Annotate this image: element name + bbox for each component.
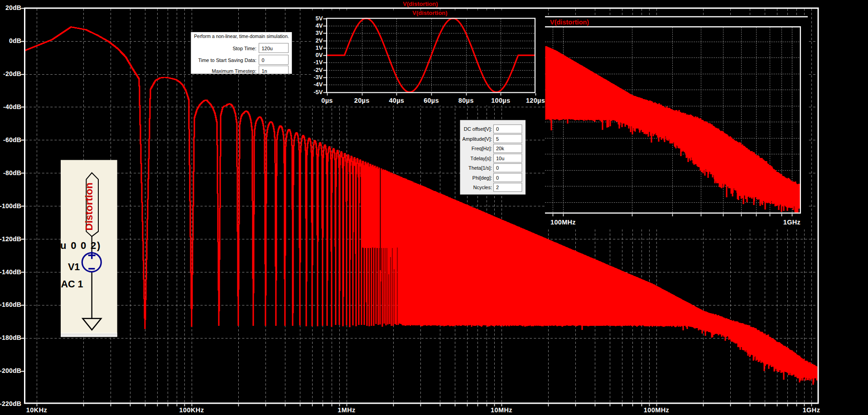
svg-text:20µs: 20µs bbox=[354, 97, 370, 104]
svg-text:Theta[1/s]:: Theta[1/s]: bbox=[468, 165, 492, 171]
svg-text:0V: 0V bbox=[316, 52, 323, 58]
svg-text:Distortion: Distortion bbox=[83, 182, 95, 230]
svg-text:120µs: 120µs bbox=[526, 97, 545, 104]
svg-text:0: 0 bbox=[496, 165, 499, 171]
svg-text:V(distortion): V(distortion) bbox=[550, 19, 589, 26]
svg-text:1MHz: 1MHz bbox=[338, 406, 355, 414]
svg-text:-1V: -1V bbox=[313, 59, 323, 66]
svg-text:10u: 10u bbox=[496, 156, 504, 161]
svg-text:1n: 1n bbox=[262, 68, 267, 74]
svg-text:Tdelay[s]:: Tdelay[s]: bbox=[470, 156, 492, 161]
svg-text:80µs: 80µs bbox=[458, 97, 474, 104]
svg-text:Phi[deg]:: Phi[deg]: bbox=[473, 175, 492, 181]
svg-text:1V: 1V bbox=[316, 44, 323, 51]
svg-text:-140dB: -140dB bbox=[0, 268, 21, 276]
svg-text:Time to Start Saving Data:: Time to Start Saving Data: bbox=[198, 57, 256, 63]
svg-text:0: 0 bbox=[496, 175, 499, 181]
svg-text:-60dB: -60dB bbox=[3, 136, 21, 143]
svg-text:60µs: 60µs bbox=[424, 97, 439, 104]
svg-text:V(distortion): V(distortion) bbox=[403, 0, 438, 7]
svg-text:-80dB: -80dB bbox=[3, 169, 21, 176]
svg-text:100MHz: 100MHz bbox=[550, 219, 576, 226]
svg-text:-220dB: -220dB bbox=[0, 400, 21, 407]
svg-text:1GHz: 1GHz bbox=[803, 406, 820, 414]
svg-text:100MHz: 100MHz bbox=[644, 406, 669, 414]
svg-text:0: 0 bbox=[262, 57, 265, 63]
svg-text:-4V: -4V bbox=[313, 81, 323, 88]
svg-text:Stop Time:: Stop Time: bbox=[232, 46, 256, 51]
svg-text:100KHz: 100KHz bbox=[179, 406, 204, 414]
svg-text:AC 1: AC 1 bbox=[61, 279, 83, 290]
svg-text:-2V: -2V bbox=[313, 67, 323, 73]
svg-text:Amplitude[V]:: Amplitude[V]: bbox=[463, 136, 492, 142]
svg-text:0: 0 bbox=[496, 126, 499, 132]
svg-text:2V: 2V bbox=[316, 37, 323, 44]
svg-text:5V: 5V bbox=[316, 15, 323, 22]
svg-text:-20dB: -20dB bbox=[3, 70, 21, 77]
svg-text:20k: 20k bbox=[496, 146, 504, 151]
svg-text:Maximum Timestep:: Maximum Timestep: bbox=[212, 68, 256, 74]
svg-text:Freq[Hz]:: Freq[Hz]: bbox=[472, 146, 492, 151]
svg-text:10MHz: 10MHz bbox=[491, 406, 512, 414]
svg-text:5: 5 bbox=[496, 136, 499, 142]
svg-text:10KHz: 10KHz bbox=[26, 406, 47, 414]
svg-text:-120dB: -120dB bbox=[0, 235, 21, 243]
svg-text:V(distortion): V(distortion) bbox=[412, 10, 447, 16]
svg-text:20dB: 20dB bbox=[5, 4, 21, 11]
svg-text:1GHz: 1GHz bbox=[783, 219, 800, 226]
svg-text:-200dB: -200dB bbox=[0, 367, 21, 374]
svg-text:DC offset[V]:: DC offset[V]: bbox=[464, 126, 492, 132]
svg-text:-160dB: -160dB bbox=[0, 301, 21, 308]
svg-text:40µs: 40µs bbox=[389, 97, 404, 104]
svg-text:-5V: -5V bbox=[313, 89, 323, 95]
svg-text:-180dB: -180dB bbox=[0, 334, 21, 341]
svg-text:3V: 3V bbox=[316, 29, 323, 36]
svg-text:u 0 0 2): u 0 0 2) bbox=[60, 240, 101, 251]
svg-text:Ncycles:: Ncycles: bbox=[473, 185, 492, 190]
svg-text:Perform a non-linear, time-dom: Perform a non-linear, time-domain simula… bbox=[194, 34, 289, 39]
svg-text:100µs: 100µs bbox=[491, 97, 510, 104]
svg-text:4V: 4V bbox=[316, 22, 323, 29]
svg-text:120u: 120u bbox=[262, 46, 273, 51]
svg-text:-40dB: -40dB bbox=[3, 103, 21, 110]
svg-text:0dB: 0dB bbox=[9, 37, 21, 44]
svg-text:2: 2 bbox=[496, 185, 499, 190]
svg-text:0µs: 0µs bbox=[321, 97, 333, 104]
svg-text:-3V: -3V bbox=[313, 74, 323, 81]
svg-text:-100dB: -100dB bbox=[0, 202, 21, 210]
svg-text:V1: V1 bbox=[68, 262, 80, 272]
